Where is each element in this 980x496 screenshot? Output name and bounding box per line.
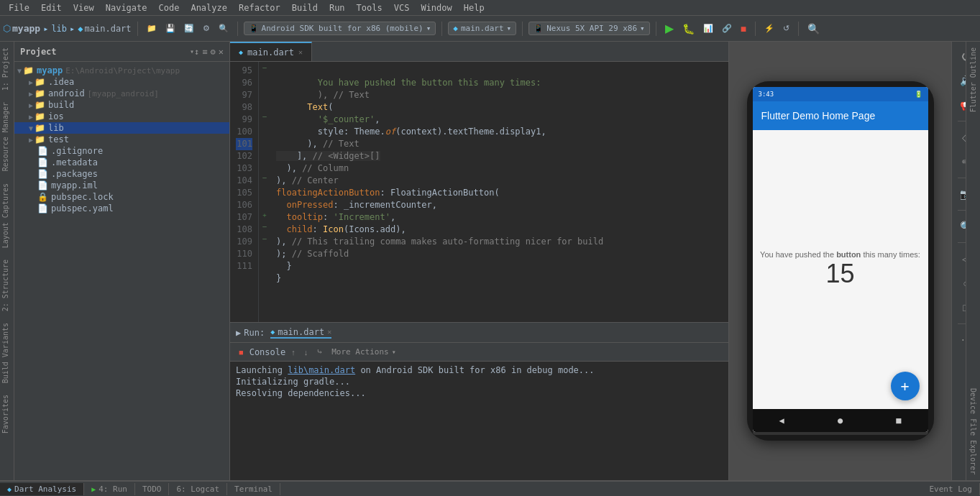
tree-ios[interactable]: ▶ 📁 ios xyxy=(14,111,229,122)
project-tab[interactable]: 1: Project xyxy=(0,42,14,96)
panel-settings-icon[interactable]: ⚙ xyxy=(211,47,216,57)
tab-close[interactable]: ✕ xyxy=(298,48,303,56)
build-arrow[interactable]: ▶ xyxy=(29,101,33,109)
file-icon-small: ◆ xyxy=(78,24,83,34)
project-nav: ⬡ myapp ▸ lib ▸ ◆ main.dart xyxy=(3,23,132,34)
open-btn[interactable]: 📁 xyxy=(144,22,160,35)
menu-help[interactable]: Help xyxy=(458,1,490,14)
run-icon: ▶ xyxy=(236,328,241,338)
tree-test[interactable]: ▶ 📁 test xyxy=(14,134,229,145)
scroll-down-btn[interactable]: ↓ xyxy=(301,346,311,358)
lib-arrow[interactable]: ▼ xyxy=(29,124,33,132)
layout-captures-tab[interactable]: Layout Captures xyxy=(0,178,14,254)
more-actions[interactable]: More Actions xyxy=(331,347,388,357)
logcat-tab[interactable]: 6: Logcat xyxy=(169,483,227,495)
home-button[interactable]: ● xyxy=(838,415,843,426)
terminal-tab[interactable]: Terminal xyxy=(227,483,280,495)
menu-build[interactable]: Build xyxy=(286,1,324,14)
stop-button[interactable]: ■ xyxy=(738,22,749,36)
save-btn[interactable]: 💾 xyxy=(162,22,178,35)
run-label: ▶ Run: xyxy=(236,328,265,338)
tree-metadata[interactable]: 📄 .metadata xyxy=(14,157,229,168)
lock-name: pubspec.lock xyxy=(51,192,114,202)
menu-tools[interactable]: Tools xyxy=(351,1,388,14)
run-tab-label: 4: Run xyxy=(99,484,127,494)
tree-android[interactable]: ▶ 📁 android [myapp_android] xyxy=(14,88,229,99)
ios-arrow[interactable]: ▶ xyxy=(29,113,33,121)
recents-button[interactable]: ■ xyxy=(896,415,901,426)
run-tab-main[interactable]: ◆ main.dart ✕ xyxy=(270,327,331,339)
resource-manager-tab[interactable]: Resource Manager xyxy=(0,96,14,177)
root-folder-icon: 📁 xyxy=(23,65,34,75)
attach-btn[interactable]: 🔗 xyxy=(719,22,735,35)
run-tab[interactable]: ▶ 4: Run xyxy=(84,483,135,495)
panel-close-icon[interactable]: ✕ xyxy=(219,47,224,57)
panel-collapse-icon[interactable]: ≡ xyxy=(202,47,207,57)
flutter-hot-reload[interactable]: ⚡ xyxy=(761,22,777,35)
phone-counter-label: You have pushed the button this many tim… xyxy=(760,250,920,259)
dart-analysis-tab[interactable]: ◆ Dart Analysis xyxy=(0,483,84,495)
flutter-hot-restart[interactable]: ↺ xyxy=(780,22,792,35)
android-module: [myapp_android] xyxy=(88,89,159,98)
menu-window[interactable]: Window xyxy=(415,1,457,14)
device-explorer-tab[interactable]: Device File Explorer xyxy=(968,382,979,480)
flutter-outline-tab[interactable]: Flutter Outline xyxy=(968,42,979,118)
gutter-102 xyxy=(259,147,270,160)
tree-pubspec-lock[interactable]: 🔒 pubspec.lock xyxy=(14,191,229,203)
event-log-tab[interactable]: Event Log xyxy=(922,483,980,495)
tree-lib[interactable]: ▼ 📁 lib xyxy=(14,122,229,134)
sync-btn[interactable]: 🔄 xyxy=(181,22,197,35)
menu-edit[interactable]: Edit xyxy=(35,1,68,14)
phone-fab[interactable]: + xyxy=(891,372,920,400)
structure-tab[interactable]: 2: Structure xyxy=(0,254,14,317)
build-variants-tab[interactable]: Build Variants xyxy=(0,317,14,389)
tree-iml[interactable]: 📄 myapp.iml xyxy=(14,180,229,191)
emulator-dropdown[interactable]: 📱 Nexus 5X API 29 x86 ▾ xyxy=(528,22,649,35)
ln-105: 105 xyxy=(236,187,252,199)
settings-btn[interactable]: ⚙ xyxy=(200,22,213,35)
favorites-tab[interactable]: Favorites xyxy=(0,389,14,439)
code-content[interactable]: You have pushed the button this many tim… xyxy=(270,62,728,322)
todo-tab[interactable]: TODO xyxy=(135,483,170,495)
lib-link[interactable]: lib\main.dart xyxy=(288,365,355,375)
gutter-110 xyxy=(259,245,270,257)
ln-111: 111 xyxy=(236,260,252,272)
menu-vcs[interactable]: VCS xyxy=(388,1,416,14)
run-config-dropdown[interactable]: ◆ main.dart ▾ xyxy=(448,22,516,35)
back-button[interactable]: ◀ xyxy=(779,415,784,426)
stop-console-btn[interactable]: ■ xyxy=(236,346,247,358)
tree-gitignore[interactable]: 📄 .gitignore xyxy=(14,145,229,157)
menu-analyze[interactable]: Analyze xyxy=(185,1,233,14)
ln-99: 99 xyxy=(236,114,252,126)
idea-arrow[interactable]: ▶ xyxy=(29,78,33,86)
flutter-outline-panel: Flutter Outline Device File Explorer xyxy=(966,42,980,480)
menu-refactor[interactable]: Refactor xyxy=(233,1,286,14)
menu-code[interactable]: Code xyxy=(153,1,186,14)
debug-button[interactable]: 🐛 xyxy=(679,22,697,36)
sep4 xyxy=(522,22,523,36)
android-arrow[interactable]: ▶ xyxy=(29,90,33,98)
menu-navigate[interactable]: Navigate xyxy=(100,1,153,14)
tree-packages[interactable]: 📄 .packages xyxy=(14,168,229,180)
panel-scroll-icon[interactable]: ↕ xyxy=(194,47,199,57)
scroll-up-btn[interactable]: ↑ xyxy=(288,346,298,358)
device-dropdown[interactable]: 📱 Android SDK built for x86 (mobile) ▾ xyxy=(244,22,436,35)
menu-run[interactable]: Run xyxy=(324,1,351,14)
test-arrow[interactable]: ▶ xyxy=(29,136,33,144)
tree-build[interactable]: ▶ 📁 build xyxy=(14,99,229,111)
tree-root[interactable]: ▼ 📁 myapp E:\Android\Project\myapp xyxy=(14,65,229,76)
run-tab-close[interactable]: ✕ xyxy=(327,328,331,336)
code-editor[interactable]: 95 96 97 98 99 100 101 102 103 104 105 1… xyxy=(230,62,728,322)
root-arrow[interactable]: ▼ xyxy=(17,67,22,75)
run-coverage-btn[interactable]: 📊 xyxy=(700,22,716,35)
menu-file[interactable]: File xyxy=(3,1,35,14)
more-arrow[interactable]: ▾ xyxy=(392,348,396,356)
soft-wrap-btn[interactable]: ⤷ xyxy=(313,346,326,358)
run-button[interactable]: ▶ xyxy=(662,20,677,37)
search-btn[interactable]: 🔍 xyxy=(805,22,823,36)
tree-idea[interactable]: ▶ 📁 .idea xyxy=(14,76,229,88)
search-everywhere-btn[interactable]: 🔍 xyxy=(216,22,232,35)
tab-main-dart[interactable]: ◆ main.dart ✕ xyxy=(230,42,312,61)
menu-view[interactable]: View xyxy=(68,1,100,14)
tree-pubspec-yaml[interactable]: 📄 pubspec.yaml xyxy=(14,203,229,214)
